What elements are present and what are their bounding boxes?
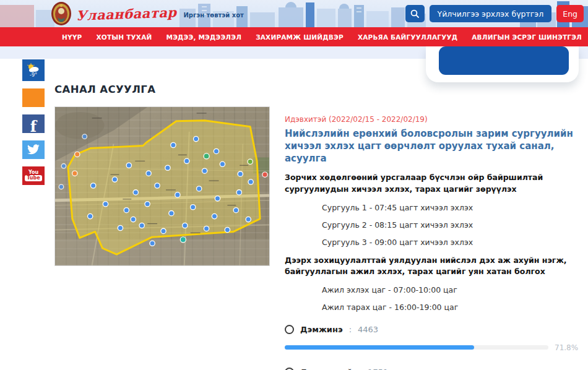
radio-oppose[interactable] [285,368,294,370]
poll-content: Идэвхитэй (2022/02/15 - 2022/02/19) Нийс… [285,115,581,370]
poll-section-item: Сургууль 1 - 07:45 цагт хичээл эхлэх [322,203,581,212]
poll-map-image [54,106,270,266]
nav-item-decrees[interactable]: ЗАХИРАМЖ ШИЙДВЭР [256,33,344,41]
radio-support[interactable] [285,325,294,334]
service-register-button[interactable]: Үйлчилгээ эрхлэх бүртгэл [430,5,552,22]
language-toggle-button[interactable]: Eng [556,5,584,22]
progress-track [285,345,548,350]
nav-item-about-city[interactable]: ХОТЫН ТУХАЙ [97,33,152,41]
youtube-icon[interactable]: You Tube [22,166,45,185]
poll-section-heading: Дээрх зохицуулалттай уялдуулан нийслэл д… [285,255,581,277]
header-actions: Үйлчилгээ эрхлэх бүртгэл Eng [405,5,584,22]
poll-section-item: Ажил эхлэх цаг - 07:00-10:00 цаг [322,285,581,295]
poll-section-item: Сургууль 2 - 08:15 цагт хичээл эхлэх [322,220,581,230]
weather-temperature: -9° [30,73,37,78]
poll-section-item: Сургууль 3 - 09:00 цагт хичээл эхлэх [322,238,581,247]
votes-separator: : [359,368,361,370]
option-label: Дэмжихгүй [300,368,353,370]
votes-separator: : [349,325,352,334]
option-votes: 4463 [358,325,378,334]
main-navigation: НҮҮР ХОТЫН ТУХАЙ МЭДЭЭ, МЭДЭЭЛЭЛ ЗАХИРАМ… [0,27,588,46]
nav-item-news[interactable]: МЭДЭЭ, МЭДЭЭЛЭЛ [166,33,241,41]
dropdown-panel-highlight [439,46,569,75]
weather-widget[interactable]: -9° [22,59,45,81]
poll-status: Идэвхитэй (2022/02/15 - 2022/02/19) [285,115,581,124]
site-logo[interactable]: Улаанбаатар Иргэн төвтэй хот [51,1,244,27]
dropdown-panel [426,46,579,82]
map-overlay [55,107,269,265]
poll-section-item: Ажил тарах цаг - 16:00-19:00 цаг [322,303,581,312]
progress-fill [285,345,474,350]
option-votes: 1751 [368,368,388,370]
nav-item-home[interactable]: НҮҮР [62,33,82,41]
poll-option-oppose: Дэмжихгүй:1751 28.2% [285,368,581,370]
social-sidebar: -9° f You Tube [22,59,45,185]
logo-title: Улаанбаатар [76,4,177,24]
nav-item-affiliates[interactable]: ХАРЬЯА БАЙГУУЛЛАГУУД [358,33,457,41]
option-percent: 71.8% [555,343,578,352]
option-label: Дэмжинэ [300,325,343,334]
ulaanbaatar-emblem-icon [51,1,72,26]
search-icon [410,9,419,18]
poll-section-heading: Зорчих хөдөлгөөний урсгалаар бүсчлэн ойр… [285,172,581,194]
site-header: Улаанбаатар Иргэн төвтэй хот Үйлчилгээ э… [0,0,588,27]
logo-subtitle: Иргэн төвтэй хот [183,12,243,19]
nav-item-anticorruption[interactable]: АВЛИГЫН ЭСРЭГ ШИНЭТГЭЛ [472,33,582,41]
page-title: САНАЛ АСУУЛГА [54,84,155,95]
sun-cloud-icon [27,63,40,73]
facebook-icon[interactable]: f [22,114,45,133]
search-button[interactable] [405,5,425,22]
twitter-icon[interactable] [22,140,45,159]
orange-link-icon[interactable] [22,88,45,107]
poll-title: Нийслэлийн ерөнхий боловсролын зарим сур… [285,128,581,165]
poll-option-support: Дэмжинэ:4463 71.8% [285,325,581,352]
